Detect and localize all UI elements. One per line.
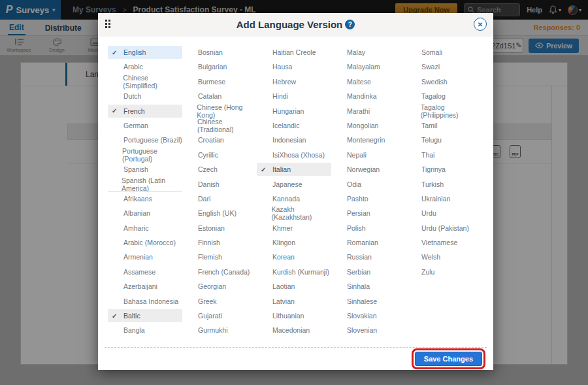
language-option-icelandic[interactable]: Icelandic [257,119,331,132]
language-option-albanian[interactable]: Albanian [108,207,182,220]
language-option-pashto[interactable]: Pashto [331,192,406,205]
language-option-spanish-latin-america[interactable]: Spanish (Latin America) [108,178,182,191]
language-option-welsh[interactable]: Welsh [406,250,480,263]
language-option-chinese-hong-kong[interactable]: Chinese (Hong Kong) [182,105,257,118]
language-option-klingon[interactable]: Klingon [257,236,331,249]
language-option-korean[interactable]: Korean [257,250,331,263]
language-option-estonian[interactable]: Estonian [182,222,257,235]
language-option-cyrillic[interactable]: Cyrillic [182,148,257,161]
language-option-chinese-simplified[interactable]: Chinese (Simplified) [108,75,182,88]
language-option-afrikaans[interactable]: Afrikaans [108,192,182,205]
language-option-turkish[interactable]: Turkish [406,178,480,191]
language-option-latvian[interactable]: Latvian [257,295,331,308]
language-option-dari[interactable]: Dari [182,192,257,205]
language-option-swedish[interactable]: Swedish [406,75,480,88]
language-option-mongolian[interactable]: Mongolian [331,119,406,132]
language-option-burmese[interactable]: Burmese [182,75,257,88]
language-option-tagalog[interactable]: Tagalog [406,90,480,103]
language-option-spanish[interactable]: Spanish [108,163,182,176]
language-option-hungarian[interactable]: Hungarian [257,105,331,118]
language-option-russian[interactable]: Russian [331,250,406,263]
language-option-amharic[interactable]: Amharic [108,222,182,235]
language-option-malay[interactable]: Malay [331,46,406,59]
language-option-urdu-pakistan[interactable]: Urdu (Pakistan) [406,222,480,235]
language-option-tigrinya[interactable]: Tigrinya [406,163,480,176]
language-option-french[interactable]: ✓French [108,105,182,118]
language-option-laotian[interactable]: Laotian [257,280,331,293]
language-option-kurdish-kurmanji[interactable]: Kurdish (Kurmanji) [257,265,331,278]
language-option-french-canada[interactable]: French (Canada) [182,265,257,278]
language-option-tamil[interactable]: Tamil [406,119,480,132]
language-option-english-uk[interactable]: English (UK) [182,207,257,220]
language-option-montenegrin[interactable]: Montenegrin [331,133,406,146]
language-option-baltic[interactable]: ✓Baltic [108,309,182,322]
language-option-bulgarian[interactable]: Bulgarian [182,60,257,73]
language-option-urdu[interactable]: Urdu [406,207,480,220]
language-option-dutch[interactable]: Dutch [108,90,182,103]
language-option-bahasa-indonesia[interactable]: Bahasa Indonesia [108,295,182,308]
language-option-finnish[interactable]: Finnish [182,236,257,249]
language-option-hebrew[interactable]: Hebrew [257,75,331,88]
language-option-gurmukhi[interactable]: Gurmukhi [182,324,257,337]
language-option-odia[interactable]: Odia [331,178,406,191]
language-option-thai[interactable]: Thai [406,148,480,161]
language-option-bosnian[interactable]: Bosnian [182,46,257,59]
language-option-mandinka[interactable]: Mandinka [331,90,406,103]
language-option-nepali[interactable]: Nepali [331,148,406,161]
language-option-telugu[interactable]: Telugu [406,133,480,146]
language-option-german[interactable]: German [108,119,182,132]
language-option-greek[interactable]: Greek [182,295,257,308]
language-option-catalan[interactable]: Catalan [182,90,257,103]
language-option-maltese[interactable]: Maltese [331,75,406,88]
language-option-somali[interactable]: Somali [406,46,480,59]
language-option-norwegian[interactable]: Norwegian [331,163,406,176]
language-option-swazi[interactable]: Swazi [406,60,480,73]
language-option-khmer[interactable]: Khmer [257,222,331,235]
language-option-czech[interactable]: Czech [182,163,257,176]
language-option-sinhalese[interactable]: Sinhalese [331,295,406,308]
language-option-slovakian[interactable]: Slovakian [331,309,406,322]
language-option-indonesian[interactable]: Indonesian [257,133,331,146]
language-option-isixhosa-xhosa[interactable]: IsiXhosa (Xhosa) [257,148,331,161]
language-option-chinese-traditional[interactable]: Chinese (Traditional) [182,119,257,132]
language-option-japanese[interactable]: Japanese [257,178,331,191]
language-option-arabic-morocco[interactable]: Arabic (Morocco) [108,236,182,249]
language-option-flemish[interactable]: Flemish [182,250,257,263]
language-option-english[interactable]: ✓English [108,46,182,59]
language-option-bangla[interactable]: Bangla [108,324,182,337]
language-option-arabic[interactable]: Arabic [108,60,182,73]
language-option-croatian[interactable]: Croatian [182,133,257,146]
language-option-hausa[interactable]: Hausa [257,60,331,73]
language-option-portuguese-brazil[interactable]: Portuguese (Brazil) [108,133,182,146]
language-option-malayalam[interactable]: Malayalam [331,60,406,73]
language-option-azerbaijani[interactable]: Azerbaijani [108,280,182,293]
language-option-vietnamese[interactable]: Vietnamese [406,236,480,249]
language-option-danish[interactable]: Danish [182,178,257,191]
language-option-haitian-creole[interactable]: Haitian Creole [257,46,331,59]
language-option-persian[interactable]: Persian [331,207,406,220]
language-option-kannada[interactable]: Kannada [257,192,331,205]
language-option-hindi[interactable]: Hindi [257,90,331,103]
language-option-zulu[interactable]: Zulu [406,265,480,278]
language-option-italian[interactable]: ✓Italian [257,163,331,176]
language-option-serbian[interactable]: Serbian [331,265,406,278]
language-option-slovenian[interactable]: Slovenian [331,324,406,337]
language-option-georgian[interactable]: Georgian [182,280,257,293]
language-option-portuguese-portugal[interactable]: Portuguese (Portugal) [108,148,182,161]
language-option-lithuanian[interactable]: Lithuanian [257,309,331,322]
language-option-tagalog-philippines[interactable]: Tagalog (Philippines) [406,105,480,118]
help-circle-icon[interactable]: ? [345,20,355,29]
save-changes-button[interactable]: Save Changes [415,352,482,366]
language-option-romanian[interactable]: Romanian [331,236,406,249]
language-option-marathi[interactable]: Marathi [331,105,406,118]
language-option-armenian[interactable]: Armenian [108,250,182,263]
language-label: Flemish [198,253,222,261]
language-option-macedonian[interactable]: Macedonian [257,324,331,337]
language-option-sinhala[interactable]: Sinhala [331,280,406,293]
language-option-assamese[interactable]: Assamese [108,265,182,278]
language-option-kazakh-kazakhstan[interactable]: Kazakh (Kazakhstan) [257,207,331,220]
language-option-polish[interactable]: Polish [331,222,406,235]
language-option-ukrainian[interactable]: Ukrainian [406,192,480,205]
language-option-gujarati[interactable]: Gujarati [182,309,257,322]
close-icon[interactable]: ✕ [474,18,487,31]
